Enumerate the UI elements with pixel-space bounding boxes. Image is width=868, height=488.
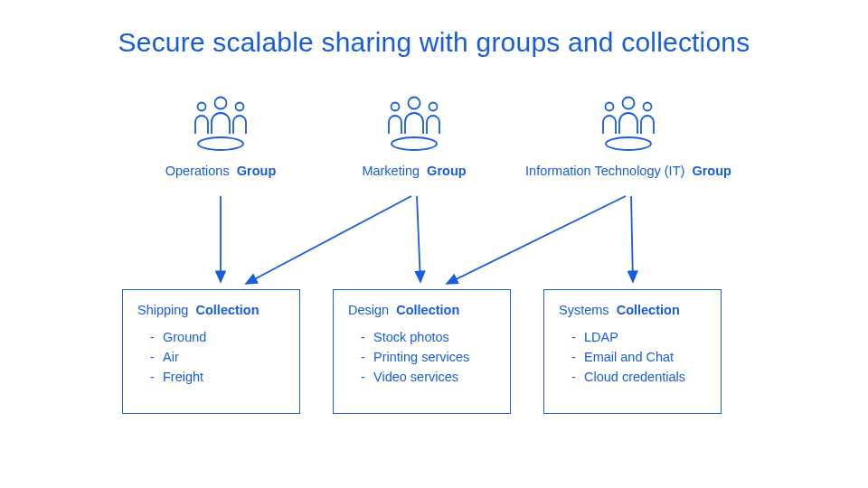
list-item: Air [150, 348, 285, 368]
svg-point-2 [198, 103, 206, 111]
list-item: Ground [150, 328, 285, 348]
collection-suffix-text: Collection [396, 303, 459, 317]
collection-items: LDAP Email and Chat Cloud credentials [559, 328, 706, 387]
svg-point-4 [392, 137, 437, 150]
svg-point-3 [236, 103, 244, 111]
group-marketing: Marketing Group [342, 95, 486, 178]
collection-systems: Systems Collection LDAP Email and Chat C… [543, 289, 722, 414]
list-item: Video services [361, 368, 495, 388]
collection-title: Design Collection [348, 303, 495, 317]
list-item: LDAP [571, 328, 706, 348]
svg-point-8 [606, 137, 651, 150]
svg-point-0 [198, 137, 243, 150]
group-icon [511, 95, 746, 151]
collection-name-text: Shipping [137, 303, 188, 317]
group-label: Marketing Group [342, 164, 486, 178]
connection-arrows [0, 0, 868, 488]
edge-marketing-shipping [246, 196, 411, 284]
collection-suffix-text: Collection [196, 303, 259, 317]
collection-items: Stock photos Printing services Video ser… [348, 328, 495, 387]
list-item: Stock photos [361, 328, 495, 348]
svg-point-6 [392, 103, 400, 111]
group-name-text: Operations [165, 164, 230, 178]
group-operations: Operations Group [148, 95, 293, 178]
edge-it-design [447, 196, 626, 284]
collection-suffix-text: Collection [617, 303, 680, 317]
group-name-text: Information Technology (IT) [525, 164, 684, 178]
group-suffix-text: Group [427, 164, 467, 178]
edge-it-systems [631, 196, 633, 282]
svg-point-11 [644, 103, 652, 111]
collection-title: Systems Collection [559, 303, 706, 317]
collection-items: Ground Air Freight [137, 328, 285, 387]
group-suffix-text: Group [237, 164, 277, 178]
diagram-title: Secure scalable sharing with groups and … [0, 27, 868, 58]
group-label: Operations Group [148, 164, 293, 178]
svg-point-1 [215, 98, 227, 109]
svg-point-7 [429, 103, 438, 111]
group-label: Information Technology (IT) Group [511, 164, 746, 178]
edge-marketing-design [417, 196, 420, 282]
group-name-text: Marketing [362, 164, 420, 178]
list-item: Email and Chat [571, 348, 706, 368]
list-item: Freight [150, 368, 285, 388]
diagram-canvas: Secure scalable sharing with groups and … [0, 0, 868, 488]
svg-point-9 [623, 98, 635, 109]
list-item: Printing services [361, 348, 495, 368]
collection-shipping: Shipping Collection Ground Air Freight [122, 289, 300, 414]
collection-name-text: Design [348, 303, 389, 317]
collection-title: Shipping Collection [137, 303, 285, 317]
list-item: Cloud credentials [571, 368, 706, 388]
collection-design: Design Collection Stock photos Printing … [333, 289, 511, 414]
group-icon [148, 95, 293, 151]
collection-name-text: Systems [559, 303, 609, 317]
svg-point-5 [409, 98, 420, 109]
svg-point-10 [606, 103, 614, 111]
group-suffix-text: Group [692, 164, 731, 178]
group-icon [342, 95, 486, 151]
group-it: Information Technology (IT) Group [511, 95, 746, 178]
